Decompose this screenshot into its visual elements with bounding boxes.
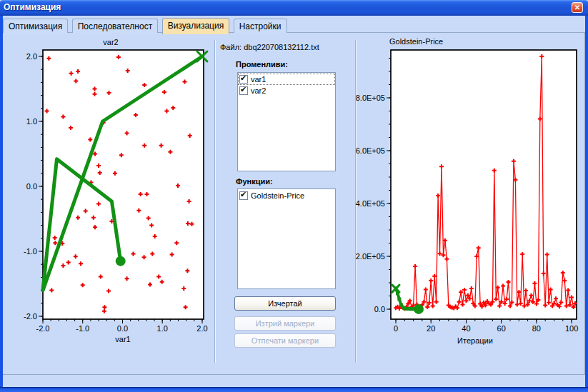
list-item-label: Goldstein-Price — [251, 191, 304, 200]
list-item-label: var1 — [251, 75, 266, 84]
tab-visualization[interactable]: Визуализация — [162, 18, 230, 34]
plot-frame — [391, 50, 577, 319]
x-tick-label: 80 — [532, 324, 541, 333]
x-tick-label: 20 — [427, 324, 435, 333]
tab-optimization[interactable]: Оптимизация — [3, 19, 68, 33]
check-icon: ✔ — [240, 190, 246, 198]
x-tick-label: 100 — [565, 324, 578, 333]
list-item-var1[interactable]: ✔ var1 — [238, 74, 335, 85]
chart-title: Goldstein-Price — [389, 37, 443, 46]
variables-label: Променливи: — [236, 60, 288, 69]
functions-listbox[interactable]: ✔ Goldstein-Price — [237, 189, 336, 289]
plot-frame — [43, 50, 204, 319]
list-item-var2[interactable]: ✔ var2 — [238, 85, 335, 96]
print-markers-button[interactable]: Отпечати маркери — [234, 333, 336, 348]
functions-label: Функции: — [236, 177, 273, 186]
x-tick-label: -1.0 — [76, 324, 89, 333]
list-item-goldstein-price[interactable]: ✔ Goldstein-Price — [238, 190, 335, 201]
tab-strip: Оптимизация Последователност Визуализаци… — [3, 18, 288, 32]
trajectory-end-dot-marker — [116, 256, 126, 266]
check-icon: ✔ — [240, 74, 246, 82]
checkbox-goldstein-price[interactable]: ✔ — [239, 191, 248, 200]
x-tick-label: 40 — [462, 324, 470, 333]
x-tick-label: 0.0 — [117, 324, 128, 333]
variables-listbox[interactable]: ✔ var1 ✔ var2 — [237, 72, 336, 171]
x-tick-label: 1.0 — [157, 324, 168, 333]
x-axis-label: Итерации — [457, 336, 493, 345]
x-tick-label: 2.0 — [196, 324, 207, 333]
y-tick-label: 8.0E+05 — [356, 94, 385, 102]
x-tick-label: 0 — [394, 324, 398, 333]
y-tick-label: 2.0E+05 — [356, 252, 385, 261]
window-titlebar[interactable]: Оптимизация ✕ — [0, 0, 588, 16]
y-tick-label: -1.0 — [24, 247, 37, 256]
window-border-right — [585, 14, 588, 392]
draw-button[interactable]: Изчертай — [234, 296, 336, 311]
y-tick-label: 2.0 — [26, 52, 37, 61]
y-tick-label: 0.0 — [26, 182, 37, 191]
erase-markers-button[interactable]: Изтрий маркери — [234, 316, 336, 331]
checkbox-var2[interactable]: ✔ — [239, 86, 248, 95]
separator-left — [214, 40, 216, 363]
variables-chart[interactable]: -2.0-1.00.01.02.0-2.0-1.00.01.02.0var2va… — [14, 36, 214, 356]
y-tick-label: -2.0 — [24, 312, 37, 321]
chart-title: var2 — [103, 38, 118, 46]
y-tick-label: 6.0E+05 — [356, 146, 385, 155]
optimization-window: Оптимизация ✕ Оптимизация Последователно… — [0, 0, 588, 392]
list-item-label: var2 — [251, 86, 266, 95]
check-icon: ✔ — [240, 85, 246, 94]
file-label: Файл: dbq220708132112.txt — [220, 43, 319, 51]
window-title: Оптимизация — [0, 2, 61, 12]
trajectory-end-dot-marker — [414, 304, 424, 314]
tab-settings[interactable]: Настройки — [234, 19, 287, 33]
function-chart[interactable]: 0204060801000.02.0E+054.0E+056.0E+058.0E… — [354, 36, 586, 356]
x-tick-label: 60 — [497, 324, 506, 333]
close-icon: ✕ — [574, 4, 580, 11]
tab-sequence[interactable]: Последователност — [72, 19, 158, 33]
x-tick-label: -2.0 — [36, 324, 50, 333]
checkbox-var1[interactable]: ✔ — [239, 75, 248, 84]
close-button[interactable]: ✕ — [572, 2, 583, 13]
y-tick-label: 1.0 — [26, 117, 37, 126]
window-border-bottom — [0, 387, 588, 392]
x-axis-label: var1 — [115, 335, 130, 343]
y-tick-label: 4.0E+05 — [356, 199, 385, 208]
window-border-left — [0, 14, 3, 392]
y-tick-label: 0.0 — [374, 305, 385, 313]
